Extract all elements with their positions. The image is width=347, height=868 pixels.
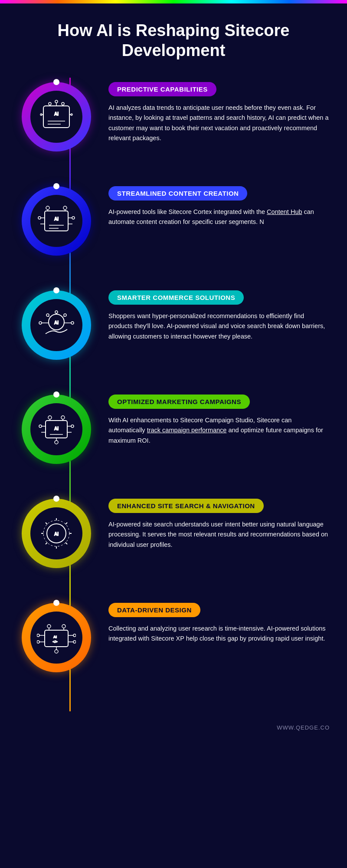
text-area-4: OPTIMIZED MARKETING CAMPAIGNS With AI en… — [95, 390, 330, 446]
svg-text:AI: AI — [53, 635, 57, 639]
section-5: AI ENHANCED SITE SEARCH & NAVIGATION AI-… — [0, 494, 347, 572]
section-6: AI </> DATA-DRIVEN DESIGN Collecting and… — [0, 598, 347, 677]
section-text-4: With AI enhancements to Sitecore Campaig… — [108, 415, 330, 446]
svg-line-33 — [49, 316, 49, 317]
badge-5: ENHANCED SITE SEARCH & NAVIGATION — [108, 499, 264, 513]
circle-inner-4: AI — [30, 403, 82, 455]
circle-inner-2: AI — [30, 195, 82, 247]
svg-point-5 — [55, 100, 58, 103]
section-text-2: AI-powered tools like Sitecore Cortex in… — [108, 207, 330, 227]
circle-dot-4 — [53, 391, 59, 398]
svg-text:</>: </> — [52, 640, 58, 644]
svg-point-53 — [55, 441, 58, 444]
circle-container-3: AI — [17, 286, 95, 364]
svg-point-71 — [47, 625, 51, 628]
section-text-1: AI analyzes data trends to anticipate us… — [108, 103, 330, 143]
text-area-6: DATA-DRIVEN DESIGN Collecting and analyz… — [95, 598, 330, 644]
svg-point-4 — [49, 102, 51, 105]
text-area-2: STREAMLINED CONTENT CREATION AI-powered … — [95, 182, 330, 227]
section-1: AI PREDICTIVE CAPABILITIES AI analyzes d… — [0, 78, 347, 156]
circle-outer-2: AI — [22, 186, 91, 256]
svg-point-30 — [55, 311, 58, 313]
circle-inner-3: AI — [30, 299, 82, 351]
circle-container-1: AI — [17, 78, 95, 156]
badge-6: DATA-DRIVEN DESIGN — [108, 603, 200, 617]
svg-text:AI: AI — [54, 426, 59, 431]
circle-outer-4: AI — [22, 395, 91, 464]
section-link-4[interactable]: track campaign performance — [147, 427, 227, 434]
svg-point-19 — [63, 206, 67, 210]
svg-point-43 — [48, 416, 52, 419]
svg-line-35 — [64, 316, 64, 317]
circle-dot-6 — [53, 600, 59, 606]
svg-point-82 — [55, 650, 58, 653]
text-area-3: SMARTER COMMERCE SOLUTIONS Shoppers want… — [95, 286, 330, 342]
circle-outer-6: AI </> — [22, 603, 91, 672]
main-title: How AI is Reshaping Sitecore Development — [0, 3, 347, 69]
watermark: WWW.QEDGE.CO — [0, 720, 347, 740]
section-link-2[interactable]: Content Hub — [267, 208, 302, 215]
section-2: AI STREAMLINED CONTENT CREATION AI-power… — [0, 182, 347, 260]
svg-line-62 — [46, 523, 47, 524]
badge-3: SMARTER COMMERCE SOLUTIONS — [108, 290, 244, 305]
svg-line-64 — [65, 523, 67, 524]
section-text-6: Collecting and analyzing user research i… — [108, 624, 330, 644]
section-3: AI SMARTER COMMERCE SOLUTIONS Shoppers w… — [0, 286, 347, 364]
badge-2: STREAMLINED CONTENT CREATION — [108, 186, 247, 201]
section-4: AI OPTIMIZED MARKETING CAMPAIGNS With AI… — [0, 390, 347, 468]
circle-container-2: AI — [17, 182, 95, 260]
section-text-3: Shoppers want hyper-personalized recomme… — [108, 311, 330, 342]
content-area: AI PREDICTIVE CAPABILITIES AI analyzes d… — [0, 69, 347, 720]
circle-outer-3: AI — [22, 290, 91, 360]
text-area-1: PREDICTIVE CAPABILITIES AI analyzes data… — [95, 78, 330, 143]
svg-line-63 — [65, 542, 67, 544]
badge-4: OPTIMIZED MARKETING CAMPAIGNS — [108, 395, 250, 409]
section-text-5: AI-powered site search understands user … — [108, 519, 330, 550]
svg-point-44 — [61, 416, 65, 419]
circle-dot-5 — [53, 496, 59, 502]
circle-dot-3 — [53, 287, 59, 293]
circle-outer-5: AI — [22, 499, 91, 568]
text-area-5: ENHANCED SITE SEARCH & NAVIGATION AI-pow… — [95, 494, 330, 550]
svg-text:AI: AI — [54, 112, 59, 116]
circle-container-5: AI — [17, 494, 95, 572]
circle-dot-2 — [53, 183, 59, 189]
badge-1: PREDICTIVE CAPABILITIES — [108, 82, 216, 96]
circle-inner-1: AI — [30, 91, 82, 143]
circle-dot-1 — [53, 79, 59, 85]
circle-outer-1: AI — [22, 82, 91, 151]
circle-inner-5: AI — [30, 507, 82, 559]
svg-text:AI: AI — [54, 320, 59, 325]
svg-point-6 — [62, 102, 64, 105]
svg-text:AI: AI — [54, 532, 59, 536]
svg-point-18 — [46, 206, 49, 210]
circle-container-6: AI </> — [17, 598, 95, 677]
svg-text:AI: AI — [54, 217, 59, 221]
circle-container-4: AI — [17, 390, 95, 468]
svg-point-72 — [62, 625, 65, 628]
circle-inner-6: AI </> — [30, 612, 82, 664]
svg-line-65 — [46, 542, 47, 544]
top-bar — [0, 0, 347, 3]
